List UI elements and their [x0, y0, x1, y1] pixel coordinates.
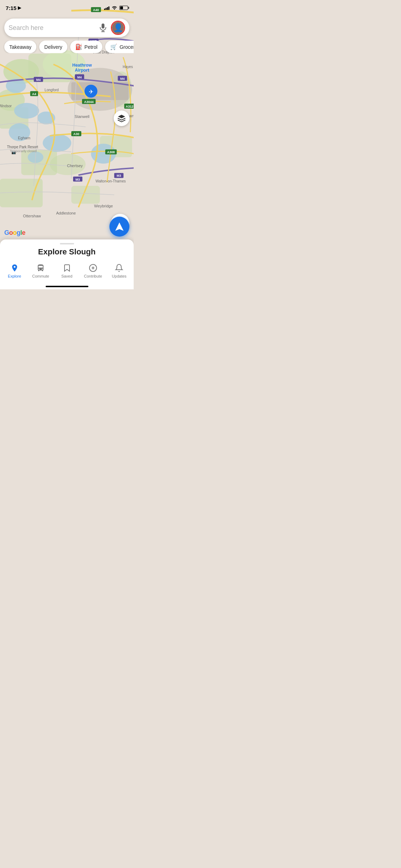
status-bar: 7:15 ▶ [0, 0, 134, 16]
svg-text:Windsor: Windsor [0, 104, 12, 108]
search-placeholder: Search here [9, 24, 95, 32]
svg-text:M4: M4 [36, 78, 41, 82]
saved-label: Saved [61, 274, 72, 278]
svg-text:Airport: Airport [75, 68, 89, 73]
svg-text:Chertsey: Chertsey [67, 164, 83, 168]
user-avatar[interactable] [111, 21, 125, 35]
svg-text:M4: M4 [120, 77, 125, 81]
takeaway-label: Takeaway [9, 44, 31, 50]
logo-o1: o [9, 229, 13, 236]
explore-icon [10, 263, 20, 273]
filter-takeaway[interactable]: Takeaway [4, 41, 36, 53]
petrol-label: Petrol [84, 44, 98, 50]
delivery-label: Delivery [44, 44, 62, 50]
svg-text:Temporarily closed: Temporarily closed [10, 149, 37, 153]
svg-text:Walton-on-Thames: Walton-on-Thames [96, 179, 126, 183]
status-time: 7:15 ▶ [6, 5, 21, 11]
mic-icon[interactable] [98, 23, 108, 33]
filter-delivery[interactable]: Delivery [39, 41, 67, 53]
filter-groceries[interactable]: 🛒 Groceries [105, 41, 134, 53]
nav-contribute[interactable]: Contribute [80, 262, 106, 280]
saved-icon [62, 263, 72, 273]
petrol-icon: ⛽ [75, 43, 82, 50]
svg-text:M3: M3 [117, 174, 121, 177]
updates-label: Updates [112, 274, 127, 278]
time-display: 7:15 [6, 5, 16, 11]
commute-label: Commute [32, 274, 49, 278]
svg-text:M4: M4 [77, 76, 82, 79]
home-indicator [46, 286, 88, 287]
svg-point-13 [14, 103, 39, 119]
bottom-sheet: Explore Slough Explore Commute [0, 239, 134, 289]
bottom-nav: Explore Commute Saved [0, 262, 134, 280]
svg-text:M3: M3 [76, 178, 80, 181]
svg-text:A308: A308 [107, 150, 115, 154]
svg-text:A30: A30 [73, 132, 79, 136]
nav-explore[interactable]: Explore [1, 262, 27, 280]
updates-icon [114, 263, 124, 273]
groceries-icon: 🛒 [110, 43, 117, 50]
status-icons [104, 5, 128, 11]
layers-button[interactable] [114, 110, 129, 126]
filter-petrol[interactable]: ⛽ Petrol [70, 41, 103, 53]
svg-text:A4: A4 [32, 92, 36, 96]
google-logo: Google [4, 229, 25, 237]
svg-text:Longford: Longford [45, 88, 59, 92]
svg-rect-65 [102, 24, 104, 29]
svg-text:Thorpe Park Resort: Thorpe Park Resort [7, 145, 38, 149]
svg-text:✈: ✈ [89, 88, 93, 95]
contribute-icon [88, 263, 98, 273]
logo-g2: g [17, 229, 21, 236]
explore-title: Explore Slough [0, 247, 134, 257]
nav-updates[interactable]: Updates [106, 262, 132, 280]
svg-text:Heathrow: Heathrow [72, 63, 92, 68]
nav-commute[interactable]: Commute [27, 262, 53, 280]
logo-e: e [22, 229, 26, 236]
svg-text:Egham: Egham [18, 136, 30, 140]
avatar-image [112, 22, 124, 34]
svg-text:Weybridge: Weybridge [94, 204, 113, 208]
svg-point-16 [43, 134, 71, 152]
svg-text:A3044: A3044 [84, 100, 94, 104]
explore-label: Explore [8, 274, 21, 278]
sheet-handle [60, 243, 74, 244]
svg-text:Stanwell: Stanwell [74, 114, 89, 119]
logo-o2: o [13, 229, 17, 236]
location-arrow-icon: ▶ [18, 5, 21, 10]
svg-text:A312: A312 [126, 105, 134, 108]
groceries-label: Groceries [119, 44, 134, 50]
search-bar[interactable]: Search here [4, 19, 129, 37]
nav-saved[interactable]: Saved [54, 262, 80, 280]
svg-text:Ottershaw: Ottershaw [23, 214, 41, 218]
logo-g: G [4, 229, 9, 236]
quick-filters: Takeaway Delivery ⛽ Petrol 🛒 Groceries [0, 41, 134, 53]
svg-text:Addlestone: Addlestone [56, 211, 76, 215]
svg-text:Hayes: Hayes [123, 65, 133, 69]
battery-icon [119, 6, 128, 10]
svg-rect-10 [0, 179, 43, 207]
wifi-icon [112, 5, 117, 11]
signal-strength-icon [104, 6, 109, 10]
navigate-fab[interactable] [109, 217, 129, 237]
commute-icon [36, 263, 46, 273]
contribute-label: Contribute [84, 274, 102, 278]
